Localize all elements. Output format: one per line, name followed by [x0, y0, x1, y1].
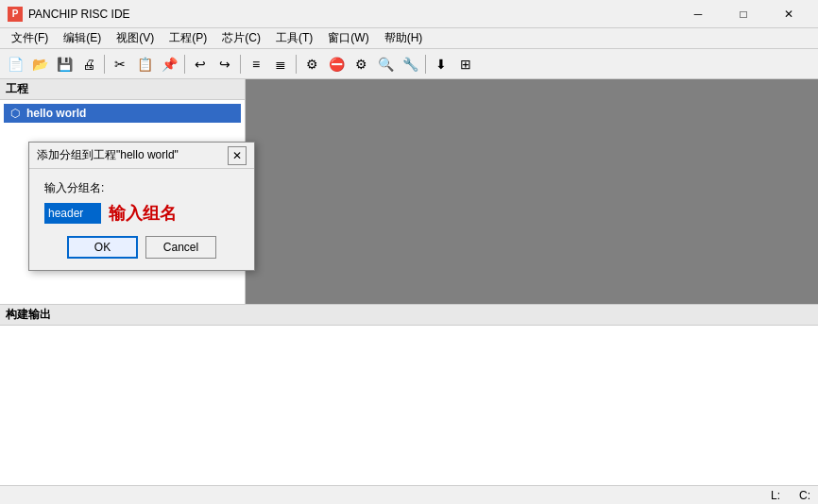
dialog-close-button[interactable]: ✕: [228, 146, 247, 165]
dialog-input-label: 输入分组名:: [44, 180, 239, 196]
dialog-buttons: OK Cancel: [44, 236, 239, 259]
dialog-cancel-button[interactable]: Cancel: [145, 236, 216, 259]
dialog-input-hint: 输入组名: [109, 202, 177, 225]
dialog-ok-button[interactable]: OK: [67, 236, 138, 259]
add-group-dialog: 添加分组到工程"hello world" ✕ 输入分组名: 输入组名 OK Ca…: [28, 142, 255, 271]
dialog-title: 添加分组到工程"hello world": [37, 147, 228, 163]
dialog-title-bar: 添加分组到工程"hello world" ✕: [29, 143, 254, 169]
group-name-input[interactable]: [44, 203, 101, 224]
dialog-input-row: 输入组名: [44, 202, 239, 225]
dialog-body: 输入分组名: 输入组名 OK Cancel: [29, 169, 254, 270]
dialog-overlay: 添加分组到工程"hello world" ✕ 输入分组名: 输入组名 OK Ca…: [0, 0, 818, 504]
